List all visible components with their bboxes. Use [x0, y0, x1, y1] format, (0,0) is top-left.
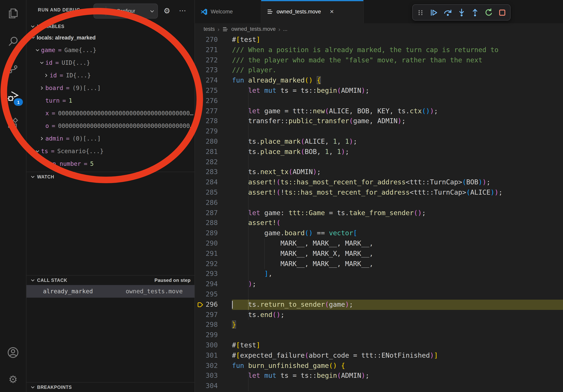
gutter[interactable]: 283	[195, 167, 232, 177]
gutter[interactable]: 304	[195, 381, 232, 391]
code-line[interactable]: 270#[test]	[195, 35, 563, 45]
code-line[interactable]: 283 ts.next_tx(ADMIN);	[195, 167, 563, 177]
gutter[interactable]: 297	[195, 310, 232, 320]
code-line[interactable]: 303 let mut ts = ts::begin(ADMIN);	[195, 371, 563, 381]
line-number[interactable]: 282	[206, 157, 232, 167]
variable-row[interactable]: game=Game{...}	[26, 44, 194, 56]
line-number[interactable]: 276	[206, 96, 232, 106]
line-number[interactable]: 275	[206, 86, 232, 96]
code-line[interactable]: 285 assert!(!ts::has_most_recent_for_add…	[195, 187, 563, 198]
explorer-icon[interactable]	[0, 3, 26, 24]
line-number[interactable]: 274	[206, 75, 232, 86]
line-number[interactable]: 294	[206, 279, 232, 289]
watch-section-header[interactable]: WATCH	[26, 172, 194, 182]
tab-welcome[interactable]: Welcome	[195, 0, 261, 23]
step-out-button[interactable]	[469, 6, 481, 19]
gutter[interactable]: 271	[195, 45, 232, 55]
debug-config-dropdown[interactable]: No Configur	[93, 3, 158, 19]
code-line[interactable]: 275 let mut ts = ts::begin(ADMIN);	[195, 86, 563, 96]
line-number[interactable]: 271	[206, 45, 232, 55]
extensions-icon[interactable]	[0, 113, 26, 134]
line-number[interactable]: 303	[206, 371, 232, 381]
variable-row[interactable]: id=ID{...}	[26, 69, 194, 82]
gutter[interactable]: 282	[195, 157, 232, 167]
chevron-right-icon[interactable]	[38, 136, 45, 141]
line-number[interactable]: 272	[206, 55, 232, 65]
source-control-icon[interactable]	[0, 58, 26, 78]
chevron-right-icon[interactable]	[43, 73, 50, 78]
code-line[interactable]: 277 let game = ttt::new(ALICE, BOB, KEY,…	[195, 106, 563, 116]
code-line[interactable]: 300#[test]	[195, 340, 563, 351]
line-number[interactable]: 300	[206, 340, 232, 351]
gutter[interactable]: 290	[195, 238, 232, 249]
line-number[interactable]: 302	[206, 361, 232, 371]
line-number[interactable]: 279	[206, 126, 232, 137]
gutter[interactable]: 277	[195, 106, 232, 116]
line-number[interactable]: 291	[206, 248, 232, 259]
step-over-button[interactable]	[442, 6, 454, 19]
run-and-debug-icon[interactable]: 1	[0, 86, 26, 107]
debug-settings-gear-icon[interactable]: ⚙	[162, 3, 172, 18]
code-line[interactable]: 288 assert!(	[195, 218, 563, 228]
start-debug-icon[interactable]	[94, 8, 106, 14]
line-number[interactable]: 278	[206, 116, 232, 127]
line-number[interactable]: 292	[206, 259, 232, 269]
gutter[interactable]: 296	[195, 300, 232, 310]
line-number[interactable]: 304	[206, 381, 232, 391]
stop-button[interactable]	[497, 6, 508, 19]
code-line[interactable]: 302fun burn_unfinished_game() {	[195, 361, 563, 371]
chevron-down-icon[interactable]	[30, 35, 37, 40]
variable-row[interactable]: turn=1	[26, 94, 194, 107]
chevron-right-icon[interactable]	[38, 86, 45, 91]
gutter[interactable]: 298	[195, 320, 232, 330]
code-line[interactable]: 272/// the player who made the "false" m…	[195, 55, 563, 65]
gutter[interactable]: 303	[195, 371, 232, 381]
code-line[interactable]: 298}	[195, 320, 563, 330]
line-number[interactable]: 288	[206, 218, 232, 228]
variable-row[interactable]: ts=Scenario{...}	[26, 145, 194, 157]
gutter[interactable]: 270	[195, 35, 232, 45]
variable-row[interactable]: id=UID{...}	[26, 56, 194, 69]
code-line[interactable]: 276	[195, 96, 563, 106]
gutter[interactable]: 272	[195, 55, 232, 65]
gutter[interactable]: 286	[195, 198, 232, 208]
line-number[interactable]: 281	[206, 147, 232, 157]
line-number[interactable]: 297	[206, 310, 232, 320]
code-line[interactable]: 280 ts.place_mark(ALICE, 1, 1);	[195, 137, 563, 147]
chevron-down-icon[interactable]	[34, 149, 41, 154]
line-number[interactable]: 298	[206, 320, 232, 330]
line-number[interactable]: 284	[206, 177, 232, 187]
breadcrumb-file[interactable]: owned_tests.move	[231, 26, 276, 32]
gutter[interactable]: 274	[195, 75, 232, 86]
settings-gear-icon[interactable]: ⚙	[0, 369, 26, 390]
more-actions-icon[interactable]: ⋯	[178, 3, 188, 18]
call-stack-section-header[interactable]: CALL STACK Paused on step	[26, 275, 194, 285]
code-line[interactable]: 292 MARK__, MARK__, MARK__,	[195, 259, 563, 269]
code-line[interactable]: 293 ],	[195, 269, 563, 279]
variables-section-header[interactable]: VARIABLES	[26, 22, 194, 31]
code-line[interactable]: 274fun already_marked() {	[195, 75, 563, 86]
gutter[interactable]: 288	[195, 218, 232, 228]
line-number[interactable]: 296	[206, 300, 232, 310]
gutter[interactable]: 299	[195, 330, 232, 340]
breadcrumb-symbol[interactable]: ...	[283, 26, 288, 32]
code-line[interactable]: 284 assert!(ts::has_most_recent_for_addr…	[195, 177, 563, 187]
call-stack-frame[interactable]: already_marked owned_tests.move	[26, 285, 194, 298]
gutter[interactable]: 294	[195, 279, 232, 289]
line-number[interactable]: 290	[206, 238, 232, 249]
line-number[interactable]: 273	[206, 65, 232, 76]
gutter[interactable]: 285	[195, 187, 232, 198]
gutter[interactable]: 302	[195, 361, 232, 371]
code-line[interactable]: 290 MARK__, MARK__, MARK__,	[195, 238, 563, 249]
line-number[interactable]: 277	[206, 106, 232, 116]
continue-button[interactable]	[428, 6, 440, 19]
breadcrumb-tests[interactable]: tests	[204, 26, 215, 32]
code-line[interactable]: 294 );	[195, 279, 563, 289]
line-number[interactable]: 289	[206, 228, 232, 238]
gutter[interactable]: 289	[195, 228, 232, 238]
gutter[interactable]: 281	[195, 147, 232, 157]
gutter[interactable]: 287	[195, 208, 232, 218]
gutter[interactable]: 301	[195, 350, 232, 361]
gutter[interactable]: 273	[195, 65, 232, 76]
line-number[interactable]: 280	[206, 137, 232, 147]
